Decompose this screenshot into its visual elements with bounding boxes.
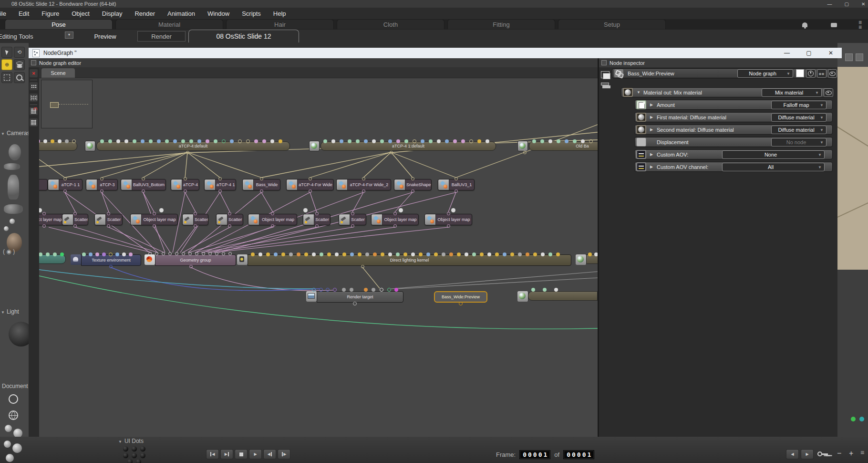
frame-value-field[interactable]: 00001 xyxy=(519,450,550,459)
keyframe-options-icon[interactable]: ≡ xyxy=(860,450,864,455)
connector-dot[interactable] xyxy=(142,177,145,180)
connector-dot[interactable] xyxy=(327,253,331,256)
connector-dot[interactable] xyxy=(556,253,560,256)
node-link-icon[interactable] xyxy=(614,69,624,78)
connector-dot[interactable] xyxy=(447,224,450,228)
connector-dot[interactable] xyxy=(153,212,156,215)
remove-keyframe-button[interactable]: − xyxy=(837,449,841,458)
ui-dot[interactable] xyxy=(132,446,137,452)
row-value-dropdown[interactable]: All▼ xyxy=(722,163,825,171)
connector-dot[interactable] xyxy=(381,253,384,256)
animation-clock-button[interactable] xyxy=(806,69,816,78)
connector-dot[interactable] xyxy=(181,139,185,143)
light-trackball[interactable] xyxy=(9,322,29,347)
bar-preview-icon[interactable] xyxy=(85,141,95,151)
step-back-button[interactable]: ◀ xyxy=(263,449,276,459)
connector-dot[interactable] xyxy=(148,252,152,255)
ui-dots-label[interactable]: ▼UI Dots xyxy=(118,438,144,444)
texture-node[interactable]: aTCP-3 xyxy=(86,179,118,190)
menu-object[interactable]: Object xyxy=(65,10,96,17)
documents-section-label[interactable]: Document xyxy=(2,383,28,389)
connector-dot[interactable] xyxy=(540,139,544,143)
connector-dot[interactable] xyxy=(411,177,414,180)
connector-dot[interactable] xyxy=(309,189,312,193)
texture-node[interactable]: aTCP-4-For Wide xyxy=(286,179,334,190)
connector-dot[interactable] xyxy=(43,139,47,143)
connector-dot[interactable] xyxy=(390,151,393,154)
editing-tools-dropdown[interactable]: ▼ xyxy=(65,32,73,39)
zoom-tool-icon[interactable] xyxy=(14,72,25,83)
connector-dot[interactable] xyxy=(554,288,558,292)
connector-dot[interactable] xyxy=(72,139,76,143)
connector-dot[interactable] xyxy=(581,139,585,143)
connector-dot[interactable] xyxy=(380,139,384,143)
connector-dot[interactable] xyxy=(451,208,455,212)
ui-dot[interactable] xyxy=(132,453,137,458)
connector-dot[interactable] xyxy=(168,252,172,255)
connector-dot[interactable] xyxy=(380,288,383,292)
texture-node[interactable]: BallUV3_Bottom xyxy=(121,179,166,190)
group-node-icon[interactable] xyxy=(576,254,587,265)
connector-dot[interactable] xyxy=(350,288,353,292)
connector-dot[interactable] xyxy=(270,139,274,143)
room-tab-setup[interactable]: Setup xyxy=(558,19,666,29)
camera-dolly-ball[interactable] xyxy=(10,219,15,224)
marquee-select-icon[interactable] xyxy=(1,72,12,83)
connector-dot[interactable] xyxy=(303,208,308,212)
minimap[interactable] xyxy=(41,80,93,128)
expand-arrow-icon[interactable]: ▼ xyxy=(637,90,643,95)
render-target-node[interactable]: Render target xyxy=(317,291,403,303)
connector-dot[interactable] xyxy=(182,252,185,255)
connector-dot[interactable] xyxy=(206,139,209,143)
connector-dot[interactable] xyxy=(89,253,93,256)
connector-dot[interactable] xyxy=(228,224,231,228)
link-nodes-button[interactable]: oo xyxy=(817,69,827,78)
group-node[interactable]: Direct lighting kernel xyxy=(248,254,571,266)
camera-pointing-hand-control[interactable] xyxy=(4,204,23,214)
preview-node-icon[interactable] xyxy=(517,291,528,302)
connector-dot[interactable] xyxy=(315,212,319,215)
room-tab-material[interactable]: Material xyxy=(115,19,223,29)
texture-node[interactable]: SnakeShape xyxy=(394,179,432,190)
menu-render[interactable]: Render xyxy=(128,10,161,17)
connector-dot[interactable] xyxy=(429,139,433,143)
connector-dot[interactable] xyxy=(437,139,441,143)
connector-dot[interactable] xyxy=(42,212,46,215)
connector-dot[interactable] xyxy=(202,252,205,255)
connector-dot[interactable] xyxy=(387,288,391,292)
step-forward-button[interactable]: ▶ xyxy=(278,449,290,459)
next-frame-button[interactable]: ▶ xyxy=(801,449,814,459)
node-graph-canvas[interactable]: Scene aTCP-4:defaultaTCP-4 1:defaultOld … xyxy=(39,67,598,437)
group-node-icon[interactable] xyxy=(71,254,82,265)
connector-dot[interactable] xyxy=(238,139,242,143)
menu-edit[interactable]: Edit xyxy=(12,10,35,17)
bar-preview-icon[interactable] xyxy=(517,141,528,151)
connector-dot[interactable] xyxy=(453,139,457,143)
menu-help[interactable]: Help xyxy=(267,10,292,17)
connector-dot[interactable] xyxy=(364,139,368,143)
connector-dot[interactable] xyxy=(228,212,231,215)
inspector-checkbox[interactable] xyxy=(601,60,607,65)
connector-dot[interactable] xyxy=(372,288,375,292)
collapse-nodes-icon[interactable] xyxy=(30,94,38,102)
connector-dot[interactable] xyxy=(260,177,263,180)
connector-dot[interactable] xyxy=(274,253,278,256)
connector-dot[interactable] xyxy=(419,253,423,256)
connector-dot[interactable] xyxy=(73,224,77,228)
connector-dot[interactable] xyxy=(122,253,126,256)
inspector-windows-icon[interactable] xyxy=(601,71,610,78)
connector-dot[interactable] xyxy=(442,253,445,256)
connector-dot[interactable] xyxy=(184,177,187,180)
texture-node[interactable]: BallUV3_1 xyxy=(438,179,475,190)
connector-dot[interactable] xyxy=(421,139,424,143)
connector-dot[interactable] xyxy=(326,288,330,292)
connector-dot[interactable] xyxy=(350,253,354,256)
connector-dot[interactable] xyxy=(262,139,266,143)
connector-dot[interactable] xyxy=(548,139,552,143)
connector-dot[interactable] xyxy=(411,189,414,193)
camera-hand-control[interactable] xyxy=(9,144,21,160)
connector-dot[interactable] xyxy=(218,189,222,193)
camera-vertical-hand-control[interactable] xyxy=(8,175,19,200)
connector-dot[interactable] xyxy=(53,253,57,256)
nodegraph-window-titlebar[interactable]: NodeGraph " — ▢ ✕ xyxy=(29,48,842,58)
